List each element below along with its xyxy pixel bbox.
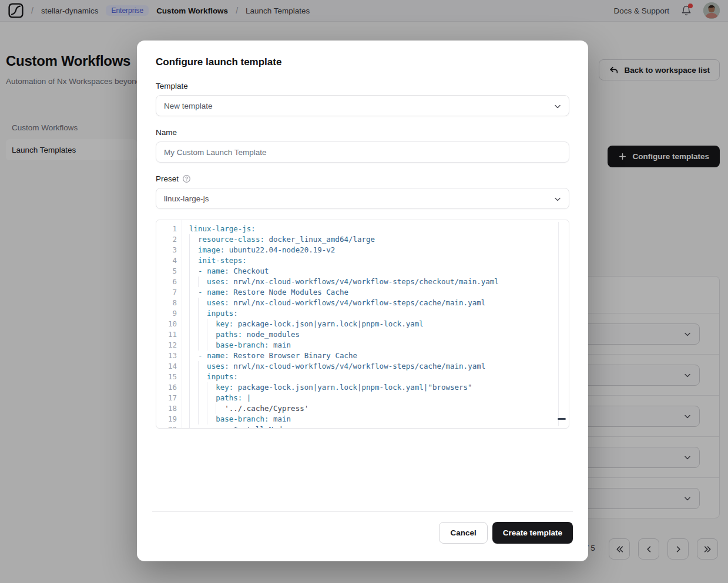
editor-scrollbar-thumb[interactable] xyxy=(558,418,566,420)
preset-select[interactable]: linux-large-js xyxy=(156,188,569,209)
modal-footer: Cancel Create template xyxy=(152,511,573,544)
chevron-down-icon xyxy=(553,102,562,111)
editor-scrollbar-track xyxy=(558,222,559,426)
template-label: Template xyxy=(156,82,569,90)
name-label: Name xyxy=(156,128,569,137)
help-circle-icon[interactable] xyxy=(182,174,191,183)
preset-label: Preset xyxy=(156,174,569,183)
cancel-button[interactable]: Cancel xyxy=(439,522,487,544)
preset-select-value: linux-large-js xyxy=(164,194,209,203)
editor-code: linux-large-js: resource-class: docker_l… xyxy=(182,220,569,428)
yaml-editor[interactable]: 1234567891011121314151617181920 linux-la… xyxy=(156,220,569,429)
modal-title: Configure launch template xyxy=(156,56,569,68)
name-input[interactable] xyxy=(156,141,569,163)
template-select-value: New template xyxy=(164,102,213,110)
configure-launch-template-modal: Configure launch template Template New t… xyxy=(137,41,588,561)
create-template-button[interactable]: Create template xyxy=(492,522,573,544)
editor-gutter: 1234567891011121314151617181920 xyxy=(156,220,182,428)
chevron-down-icon xyxy=(553,194,562,204)
template-select[interactable]: New template xyxy=(156,95,569,116)
